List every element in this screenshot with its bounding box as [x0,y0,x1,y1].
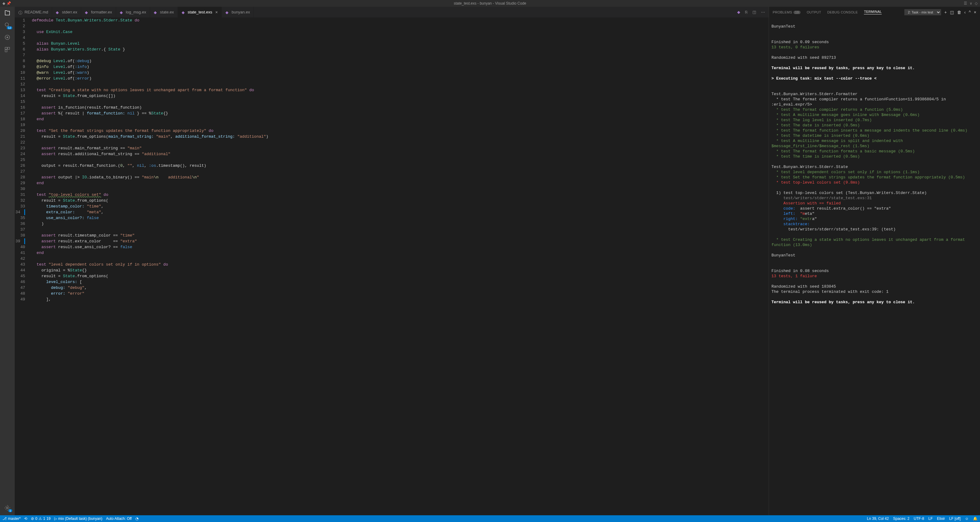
tab-stderr[interactable]: ◆stderr.ex [52,7,81,17]
elixir-icon: ◆ [225,10,230,14]
settings-icon[interactable]: 1 [4,504,11,512]
close-panel-icon[interactable]: × [974,10,976,15]
line-gutter: 1234567891011121314151617181920212223242… [15,17,30,515]
code-content[interactable]: defmodule Test.Bunyan.Writers.Stderr.Sta… [30,17,767,515]
elixir-icon[interactable]: ◆ [737,10,740,14]
status-attach[interactable]: Auto Attach: Off [106,517,132,521]
status-feedback-icon[interactable]: ☺ [965,517,969,521]
status-bell-icon[interactable]: 🔔 [973,517,978,521]
close-icon[interactable]: × [215,10,218,15]
editor-body[interactable]: 1234567891011121314151617181920212223242… [15,17,769,515]
svg-rect-4 [5,48,7,49]
extensions-icon[interactable] [4,46,11,53]
compare-icon[interactable]: ⎘ [745,10,748,14]
panel-tab-debug[interactable]: DEBUG CONSOLE [827,10,858,14]
tab-readme[interactable]: ⓘREADME.md [15,7,52,17]
status-encoding[interactable]: UTF-8 [914,517,924,521]
status-branch[interactable]: ⎇ master* [2,517,21,521]
status-clock-icon[interactable]: ◔ [135,517,138,521]
problems-badge: 19 [794,11,801,14]
debug-icon[interactable] [4,34,11,41]
tab-state[interactable]: ◆state.ex [150,7,178,17]
pin-icon[interactable]: 📌 [6,1,11,5]
maximize-icon[interactable]: ◇ [975,1,978,5]
panel-tab-problems[interactable]: PROBLEMS19 [773,10,800,14]
task-select[interactable]: 2: Task - mix test [904,9,941,15]
svg-point-3 [7,37,8,38]
svg-point-0 [5,23,9,26]
status-diagnostics[interactable]: ⊘ 0 ⚠ 1 19 [31,517,51,521]
status-bar: ⎇ master* ⟲ ⊘ 0 ⚠ 1 19 ▷ mix (Default ta… [0,515,980,522]
svg-point-7 [6,507,8,509]
menu-icon[interactable]: ☰ [964,1,967,5]
elixir-icon: ◆ [181,10,186,14]
trash-icon[interactable]: 🗑 [957,10,961,15]
elixir-icon: ◆ [56,10,60,14]
vscode-icon: ◆ [2,1,5,5]
panel-area: PROBLEMS19 OUTPUT DEBUG CONSOLE TERMINAL… [769,7,980,515]
status-lang[interactable]: Elixir [937,517,945,521]
new-terminal-icon[interactable]: + [944,10,947,15]
title-bar-left: ◆ 📌 [2,1,11,5]
tab-bunyan[interactable]: ◆bunyan.ex [222,7,254,17]
tab-logmsg[interactable]: ◆log_msg.ex [116,7,150,17]
window-title: state_test.exs - bunyan - Visual Studio … [454,1,527,5]
status-task[interactable]: ▷ mix (Default task) (bunyan) [54,517,102,521]
editor-tabs: ⓘREADME.md ◆stderr.ex ◆formatter.ex ◆log… [15,7,769,17]
status-cursor[interactable]: Ln 39, Col 42 [867,517,889,521]
settings-badge: 1 [8,509,12,512]
elixir-icon: ◆ [85,10,89,14]
svg-rect-6 [5,50,7,52]
search-badge: 12 [7,26,12,29]
status-lf[interactable]: LF [off] [950,517,961,521]
search-icon[interactable]: 12 [4,21,11,29]
minimize-icon[interactable]: ∨ [970,1,972,5]
panel-tabs: PROBLEMS19 OUTPUT DEBUG CONSOLE TERMINAL… [769,7,980,17]
info-icon: ⓘ [18,10,23,14]
activity-bar: 12 1 [0,7,15,515]
editor-area: ⓘREADME.md ◆stderr.ex ◆formatter.ex ◆log… [15,7,769,515]
status-eol[interactable]: LF [929,517,933,521]
terminal-output[interactable]: BunyanTest Finished in 0.09 seconds13 te… [769,17,980,515]
elixir-icon: ◆ [154,10,158,14]
status-spaces[interactable]: Spaces: 2 [893,517,909,521]
editor-actions: ◆ ⎘ ◫ ⋯ [733,10,769,14]
title-bar: ◆ 📌 state_test.exs - bunyan - Visual Stu… [0,0,980,7]
split-terminal-icon[interactable]: ◫ [950,10,954,15]
panel-tab-output[interactable]: OUTPUT [807,10,821,14]
panel-tab-terminal[interactable]: TERMINAL [864,10,882,14]
split-icon[interactable]: ◫ [752,10,756,14]
elixir-icon: ◆ [120,10,124,14]
svg-rect-5 [8,48,10,49]
tab-state-test[interactable]: ◆state_test.exs× [178,7,222,17]
tab-formatter[interactable]: ◆formatter.ex [81,7,116,17]
title-bar-right: ☰ ∨ ◇ [964,1,978,5]
explorer-icon[interactable] [4,9,11,16]
maximize-panel-icon[interactable]: ^ [969,10,971,15]
more-icon[interactable]: ⋯ [761,10,765,14]
prev-icon[interactable]: ‹ [964,10,966,15]
status-sync[interactable]: ⟲ [24,517,27,521]
